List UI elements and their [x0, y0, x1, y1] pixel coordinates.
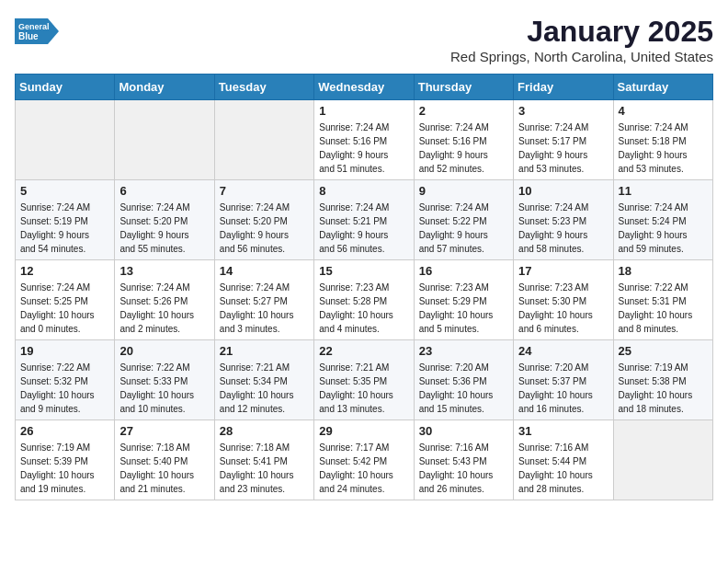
day-number: 21 — [220, 344, 309, 358]
month-title: January 2025 — [450, 15, 713, 49]
day-info: Sunrise: 7:24 AM Sunset: 5:18 PM Dayligh… — [619, 121, 708, 176]
day-number: 3 — [518, 104, 608, 118]
logo-icon: General Blue — [15, 15, 59, 48]
day-info: Sunrise: 7:24 AM Sunset: 5:19 PM Dayligh… — [20, 201, 109, 256]
day-info: Sunrise: 7:24 AM Sunset: 5:16 PM Dayligh… — [319, 121, 408, 176]
day-number: 22 — [319, 344, 408, 358]
day-number: 18 — [619, 264, 708, 278]
weekday-header-wednesday: Wednesday — [314, 75, 414, 100]
day-number: 26 — [20, 424, 109, 438]
page-header: General Blue January 2025 Red Springs, N… — [15, 15, 713, 64]
day-number: 2 — [419, 104, 508, 118]
day-info: Sunrise: 7:22 AM Sunset: 5:32 PM Dayligh… — [20, 361, 109, 416]
day-number: 8 — [319, 184, 408, 198]
calendar-cell: 30Sunrise: 7:16 AM Sunset: 5:43 PM Dayli… — [414, 420, 513, 500]
day-number: 17 — [518, 264, 608, 278]
day-info: Sunrise: 7:24 AM Sunset: 5:20 PM Dayligh… — [220, 201, 309, 256]
day-info: Sunrise: 7:21 AM Sunset: 5:35 PM Dayligh… — [319, 361, 408, 416]
calendar-week-row: 5Sunrise: 7:24 AM Sunset: 5:19 PM Daylig… — [16, 180, 713, 260]
calendar-cell: 11Sunrise: 7:24 AM Sunset: 5:24 PM Dayli… — [613, 180, 712, 260]
calendar-cell: 26Sunrise: 7:19 AM Sunset: 5:39 PM Dayli… — [16, 420, 115, 500]
calendar-cell — [214, 100, 313, 180]
day-number: 13 — [119, 264, 209, 278]
calendar-cell: 22Sunrise: 7:21 AM Sunset: 5:35 PM Dayli… — [314, 340, 414, 420]
title-area: January 2025 Red Springs, North Carolina… — [450, 15, 713, 64]
day-info: Sunrise: 7:22 AM Sunset: 5:31 PM Dayligh… — [619, 281, 708, 336]
day-info: Sunrise: 7:18 AM Sunset: 5:41 PM Dayligh… — [220, 441, 309, 496]
day-number: 7 — [220, 184, 309, 198]
day-info: Sunrise: 7:23 AM Sunset: 5:28 PM Dayligh… — [319, 281, 408, 336]
day-info: Sunrise: 7:17 AM Sunset: 5:42 PM Dayligh… — [319, 441, 408, 496]
day-info: Sunrise: 7:19 AM Sunset: 5:38 PM Dayligh… — [619, 361, 708, 416]
weekday-header-friday: Friday — [514, 75, 613, 100]
calendar-cell: 12Sunrise: 7:24 AM Sunset: 5:25 PM Dayli… — [16, 260, 115, 340]
day-info: Sunrise: 7:24 AM Sunset: 5:23 PM Dayligh… — [518, 201, 608, 256]
calendar-cell: 21Sunrise: 7:21 AM Sunset: 5:34 PM Dayli… — [214, 340, 313, 420]
day-number: 12 — [20, 264, 109, 278]
calendar-week-row: 1Sunrise: 7:24 AM Sunset: 5:16 PM Daylig… — [16, 100, 713, 180]
calendar-cell: 10Sunrise: 7:24 AM Sunset: 5:23 PM Dayli… — [514, 180, 613, 260]
calendar-cell: 3Sunrise: 7:24 AM Sunset: 5:17 PM Daylig… — [514, 100, 613, 180]
calendar-cell: 2Sunrise: 7:24 AM Sunset: 5:16 PM Daylig… — [414, 100, 513, 180]
calendar-cell: 23Sunrise: 7:20 AM Sunset: 5:36 PM Dayli… — [414, 340, 513, 420]
day-info: Sunrise: 7:24 AM Sunset: 5:25 PM Dayligh… — [20, 281, 109, 336]
calendar-cell: 31Sunrise: 7:16 AM Sunset: 5:44 PM Dayli… — [514, 420, 613, 500]
day-number: 23 — [419, 344, 508, 358]
calendar-cell: 15Sunrise: 7:23 AM Sunset: 5:28 PM Dayli… — [314, 260, 414, 340]
weekday-header-saturday: Saturday — [613, 75, 712, 100]
day-number: 6 — [119, 184, 209, 198]
day-number: 31 — [518, 424, 608, 438]
calendar-cell: 16Sunrise: 7:23 AM Sunset: 5:29 PM Dayli… — [414, 260, 513, 340]
day-number: 27 — [119, 424, 209, 438]
day-number: 25 — [619, 344, 708, 358]
location-title: Red Springs, North Carolina, United Stat… — [450, 49, 713, 64]
weekday-header-row: SundayMondayTuesdayWednesdayThursdayFrid… — [16, 75, 713, 100]
day-info: Sunrise: 7:16 AM Sunset: 5:43 PM Dayligh… — [419, 441, 508, 496]
calendar-cell: 25Sunrise: 7:19 AM Sunset: 5:38 PM Dayli… — [613, 340, 712, 420]
day-info: Sunrise: 7:24 AM Sunset: 5:24 PM Dayligh… — [619, 201, 708, 256]
day-info: Sunrise: 7:20 AM Sunset: 5:36 PM Dayligh… — [419, 361, 508, 416]
weekday-header-monday: Monday — [115, 75, 214, 100]
day-info: Sunrise: 7:24 AM Sunset: 5:21 PM Dayligh… — [319, 201, 408, 256]
calendar-cell: 13Sunrise: 7:24 AM Sunset: 5:26 PM Dayli… — [115, 260, 214, 340]
calendar-cell: 28Sunrise: 7:18 AM Sunset: 5:41 PM Dayli… — [214, 420, 313, 500]
svg-text:Blue: Blue — [18, 31, 39, 41]
calendar-week-row: 26Sunrise: 7:19 AM Sunset: 5:39 PM Dayli… — [16, 420, 713, 500]
day-info: Sunrise: 7:23 AM Sunset: 5:29 PM Dayligh… — [419, 281, 508, 336]
day-number: 4 — [619, 104, 708, 118]
calendar-cell: 7Sunrise: 7:24 AM Sunset: 5:20 PM Daylig… — [214, 180, 313, 260]
calendar-cell: 1Sunrise: 7:24 AM Sunset: 5:16 PM Daylig… — [314, 100, 414, 180]
day-number: 19 — [20, 344, 109, 358]
day-number: 5 — [20, 184, 109, 198]
svg-marker-1 — [48, 18, 59, 44]
day-number: 11 — [619, 184, 708, 198]
day-number: 1 — [319, 104, 408, 118]
calendar-cell: 29Sunrise: 7:17 AM Sunset: 5:42 PM Dayli… — [314, 420, 414, 500]
calendar-week-row: 12Sunrise: 7:24 AM Sunset: 5:25 PM Dayli… — [16, 260, 713, 340]
day-number: 9 — [419, 184, 508, 198]
calendar-cell: 17Sunrise: 7:23 AM Sunset: 5:30 PM Dayli… — [514, 260, 613, 340]
calendar-cell: 24Sunrise: 7:20 AM Sunset: 5:37 PM Dayli… — [514, 340, 613, 420]
calendar-cell: 20Sunrise: 7:22 AM Sunset: 5:33 PM Dayli… — [115, 340, 214, 420]
calendar-cell: 9Sunrise: 7:24 AM Sunset: 5:22 PM Daylig… — [414, 180, 513, 260]
day-info: Sunrise: 7:24 AM Sunset: 5:17 PM Dayligh… — [518, 121, 608, 176]
calendar-cell — [613, 420, 712, 500]
calendar-cell: 27Sunrise: 7:18 AM Sunset: 5:40 PM Dayli… — [115, 420, 214, 500]
calendar-cell: 19Sunrise: 7:22 AM Sunset: 5:32 PM Dayli… — [16, 340, 115, 420]
day-number: 15 — [319, 264, 408, 278]
day-number: 29 — [319, 424, 408, 438]
calendar-cell: 6Sunrise: 7:24 AM Sunset: 5:20 PM Daylig… — [115, 180, 214, 260]
day-info: Sunrise: 7:21 AM Sunset: 5:34 PM Dayligh… — [220, 361, 309, 416]
calendar-table: SundayMondayTuesdayWednesdayThursdayFrid… — [15, 74, 713, 500]
day-info: Sunrise: 7:20 AM Sunset: 5:37 PM Dayligh… — [518, 361, 608, 416]
day-info: Sunrise: 7:16 AM Sunset: 5:44 PM Dayligh… — [518, 441, 608, 496]
day-info: Sunrise: 7:24 AM Sunset: 5:26 PM Dayligh… — [119, 281, 209, 336]
calendar-cell: 5Sunrise: 7:24 AM Sunset: 5:19 PM Daylig… — [16, 180, 115, 260]
day-info: Sunrise: 7:24 AM Sunset: 5:20 PM Dayligh… — [119, 201, 209, 256]
day-number: 24 — [518, 344, 608, 358]
day-number: 10 — [518, 184, 608, 198]
day-info: Sunrise: 7:24 AM Sunset: 5:16 PM Dayligh… — [419, 121, 508, 176]
weekday-header-tuesday: Tuesday — [214, 75, 313, 100]
calendar-cell: 8Sunrise: 7:24 AM Sunset: 5:21 PM Daylig… — [314, 180, 414, 260]
day-number: 16 — [419, 264, 508, 278]
